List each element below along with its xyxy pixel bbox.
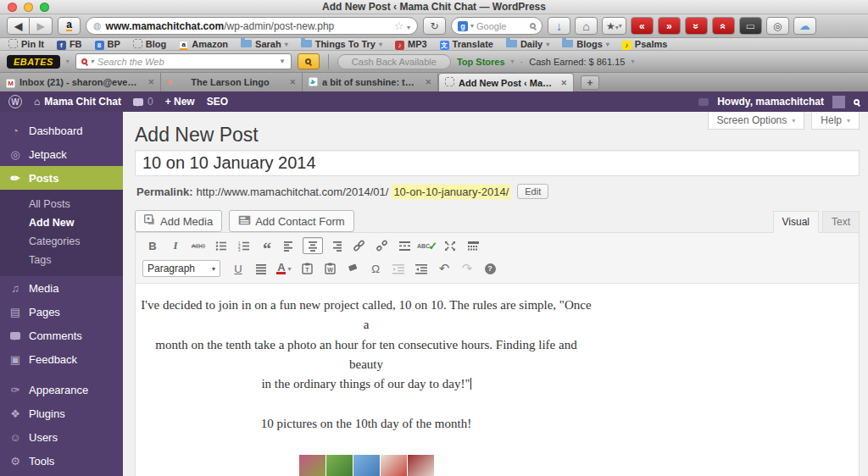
sidebar-item-pages[interactable]: ▤Pages [0,300,123,324]
paste-text-button[interactable]: T [297,260,317,277]
seo-link[interactable]: SEO [207,96,228,108]
remove-format-button[interactable] [342,260,363,277]
screen-options-button[interactable]: Screen Options▾ [708,112,805,130]
howdy-label[interactable]: Howdy, mamachitchat [717,96,824,108]
home-button[interactable]: ⌂ [575,17,598,35]
address-bar[interactable]: ◍ www.mamachitchat.com/wp-admin/post-new… [86,17,418,35]
sidebar-item-feedback[interactable]: ▣Feedback [0,347,123,371]
avatar[interactable] [832,96,845,108]
ebates-search-input[interactable]: ▾ Search the Web ▼ [75,53,292,69]
sidebar-item-plugins[interactable]: ❖Plugins [0,401,123,425]
sidebar-item-comments[interactable]: Comments [0,324,123,347]
align-right-button[interactable] [326,237,346,254]
amazon-toolbar-button[interactable]: a [58,17,81,35]
sidebar-item-dashboard[interactable]: ◔Dashboard [0,119,123,142]
bookmark-translate[interactable]: 文Translate [440,39,493,50]
help-button[interactable]: Help▾ [811,112,860,130]
add-contact-form-button[interactable]: Add Contact Form [229,210,354,232]
ebates-search-button[interactable] [298,53,320,69]
ebates-logo[interactable]: EBATES [7,55,60,69]
browser-tab[interactable]: ♥The Larson Lingo✕ [161,73,303,91]
undo-button[interactable]: ↶ [434,260,454,277]
sidebar-item-appearance[interactable]: ✑Appearance [0,378,123,401]
text-color-button[interactable]: A▾ [274,260,294,277]
permalink-slug[interactable]: 10-on-10-january-2014/ [392,185,510,199]
new-content-link[interactable]: + New [165,96,195,108]
indent-button[interactable] [411,260,431,277]
close-tab-icon[interactable]: ✕ [147,78,154,86]
back-button[interactable]: ◀ [7,17,30,35]
blockquote-button[interactable]: “ [257,237,277,254]
submenu-item-all-posts[interactable]: All Posts [0,195,123,213]
webcam-button[interactable]: ◎ [766,17,789,35]
post-paragraph[interactable]: 10 pictures on the 10th day of the month… [139,414,593,434]
bullet-list-button[interactable] [211,237,231,254]
skip-forward-button[interactable]: » [658,17,681,35]
submenu-item-categories[interactable]: Categories [0,232,123,251]
chevron-down-icon[interactable]: ▼ [279,58,286,65]
post-paragraph[interactable]: I've decided to join in on a fun new pro… [139,296,593,394]
forward-button[interactable]: ▶ [30,17,53,35]
ten-on-ten-collage-image[interactable] [299,455,434,476]
justify-button[interactable] [251,260,271,277]
admin-search-icon[interactable] [854,99,860,105]
fullscreen-button[interactable] [440,237,460,254]
bookmark-psalms[interactable]: ♪Psalms [622,39,668,50]
ebates-dropdown-icon[interactable]: ▾ [66,58,70,65]
spellcheck-button[interactable]: ABC✓ [417,237,437,254]
notification-bubble-icon[interactable] [698,98,709,106]
sidebar-item-tools[interactable]: ⚙Tools [0,449,123,473]
downloads-button[interactable]: ↓ [548,17,570,35]
chevron-down-icon[interactable]: ▾ [511,58,515,65]
edit-permalink-button[interactable]: Edit [517,184,548,199]
wordpress-logo-icon[interactable]: W [8,95,22,108]
align-left-button[interactable] [280,237,300,254]
numbered-list-button[interactable]: 123 [234,237,254,254]
help-button[interactable]: ? [480,260,500,277]
cash-back-pill[interactable]: Cash Back Available [337,54,451,69]
editor-body[interactable]: I've decided to join in on a fun new pro… [136,284,859,476]
bookmark-daily[interactable]: Daily▾ [506,39,549,49]
special-char-button[interactable]: Ω [365,260,386,277]
browser-tab[interactable]: a bit of sunshine: ten on ten✕ [303,73,438,91]
bookmark-blog[interactable]: Blog [133,39,166,50]
post-title-input[interactable] [135,150,860,176]
more-tag-button[interactable] [394,237,415,254]
skip-back-button[interactable]: « [631,17,654,35]
bookmark-sarah[interactable]: Sarah▾ [241,39,288,49]
bookmark-fb[interactable]: fFB [57,39,82,50]
add-media-button[interactable]: Add Media [135,210,222,232]
bookmark-pin-it[interactable]: Pin It [8,39,44,50]
new-tab-button[interactable]: + [581,75,599,90]
bookmark-mp3[interactable]: ♪MP3 [395,39,427,50]
reader-button[interactable]: ▭ [739,17,762,35]
cloud-chat-button[interactable]: ☁ [793,17,816,35]
paragraph-format-select[interactable]: Paragraph▾ [142,260,220,277]
bookmark-bp[interactable]: 8BP [95,39,120,50]
window-titlebar[interactable]: Add New Post ‹ Mama Chit Chat — WordPres… [0,0,868,14]
align-center-button[interactable] [303,237,323,254]
bookmark-amazon[interactable]: aAmazon [179,38,228,50]
chevron-down-icon[interactable]: ▾ [631,58,634,65]
scroll-down-button[interactable]: « [712,17,735,35]
submenu-item-add-new[interactable]: Add New [0,213,123,232]
bookmark-star-icon[interactable]: ☆ ▾ [394,19,410,32]
italic-button[interactable]: I [165,237,186,254]
chevron-down-icon[interactable]: ▾ [91,58,94,65]
browser-tab[interactable]: MInbox (21) - sharon@eventsbp.c...✕ [0,73,161,91]
sidebar-item-media[interactable]: ♫Media [0,276,123,300]
search-engine-field[interactable]: g ▾ Google [451,17,542,35]
kitchen-sink-button[interactable] [463,237,483,254]
cash-earned-label[interactable]: Cash Earned: $ 861.15 [529,57,625,67]
browser-tab-active[interactable]: Add New Post ‹ Mama Chit Chat...✕ [438,73,574,91]
close-tab-icon[interactable]: ✕ [560,79,567,87]
underline-button[interactable]: U [228,260,248,277]
close-tab-icon[interactable]: ✕ [289,78,296,86]
paste-word-button[interactable]: W [320,260,340,277]
tab-visual[interactable]: Visual [773,211,819,233]
close-tab-icon[interactable]: ✕ [425,78,431,86]
sidebar-item-posts[interactable]: ✏Posts [0,166,123,190]
sidebar-item-jetpack[interactable]: ◎Jetpack [0,142,123,166]
search-engine-dropdown-icon[interactable]: ▾ [470,22,474,30]
sidebar-item-users[interactable]: ☺Users [0,425,123,449]
